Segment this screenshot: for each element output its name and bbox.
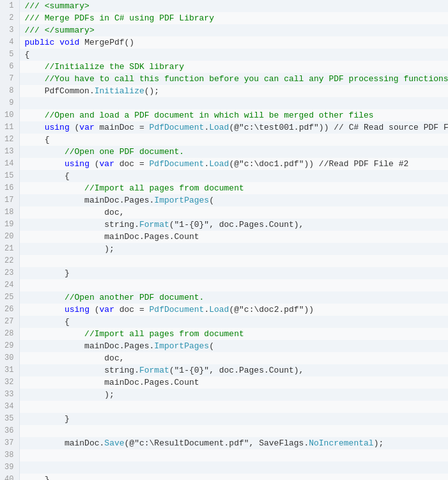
line-number: 31 (0, 364, 19, 376)
line-number: 25 (0, 291, 19, 304)
line-code: using (var doc = PdfDocument.Load(@"c:\d… (19, 158, 448, 170)
table-row: 5{ (0, 49, 448, 61)
table-row: 15 { (0, 170, 448, 182)
line-number: 24 (0, 279, 19, 291)
line-code: mainDoc.Save(@"c:\ResultDocument.pdf", S… (19, 437, 448, 449)
line-code: string.Format("1-{0}", doc.Pages.Count), (19, 219, 448, 231)
table-row: 27 { (0, 316, 448, 328)
line-number: 27 (0, 316, 19, 328)
table-row: 18 doc, (0, 206, 448, 219)
table-row: 8 PdfCommon.Initialize(); (0, 85, 448, 97)
line-number: 2 (0, 12, 19, 24)
line-code: /// Merge PDFs in C# using PDF Library (19, 12, 448, 24)
line-code: /// <summary> (19, 0, 448, 12)
line-code: //You have to call this function before … (19, 73, 448, 85)
line-number: 23 (0, 267, 19, 279)
line-code: mainDoc.Pages.Count (19, 376, 448, 389)
table-row: 3/// </summary> (0, 24, 448, 36)
line-code: public void MergePdf() (19, 36, 448, 49)
table-row: 21 ); (0, 243, 448, 255)
line-number: 26 (0, 304, 19, 316)
code-editor: 1/// <summary>2/// Merge PDFs in C# usin… (0, 0, 448, 480)
line-number: 14 (0, 158, 19, 170)
line-code: string.Format("1-{0}", doc.Pages.Count), (19, 364, 448, 376)
line-code: { (19, 316, 448, 328)
line-number: 17 (0, 194, 19, 206)
table-row: 23 } (0, 267, 448, 279)
line-code (19, 461, 448, 474)
line-number: 9 (0, 97, 19, 109)
line-number: 8 (0, 85, 19, 97)
line-code (19, 279, 448, 291)
table-row: 29 mainDoc.Pages.ImportPages( (0, 340, 448, 352)
line-number: 11 (0, 121, 19, 134)
line-number: 4 (0, 36, 19, 49)
line-number: 16 (0, 182, 19, 194)
table-row: 16 //Import all pages from document (0, 182, 448, 194)
table-row: 36 (0, 425, 448, 437)
table-row: 30 doc, (0, 352, 448, 364)
line-code: } (19, 474, 448, 480)
line-code (19, 449, 448, 461)
table-row: 11 using (var mainDoc = PdfDocument.Load… (0, 121, 448, 134)
line-code: { (19, 49, 448, 61)
table-row: 31 string.Format("1-{0}", doc.Pages.Coun… (0, 364, 448, 376)
line-code: PdfCommon.Initialize(); (19, 85, 448, 97)
line-number: 6 (0, 61, 19, 73)
table-row: 34 (0, 401, 448, 413)
table-row: 1/// <summary> (0, 0, 448, 12)
table-row: 37 mainDoc.Save(@"c:\ResultDocument.pdf"… (0, 437, 448, 449)
table-row: 10 //Open and load a PDF document in whi… (0, 109, 448, 121)
table-row: 32 mainDoc.Pages.Count (0, 376, 448, 389)
table-row: 25 //Open another PDF document. (0, 291, 448, 304)
table-row: 7 //You have to call this function befor… (0, 73, 448, 85)
line-number: 1 (0, 0, 19, 12)
table-row: 38 (0, 449, 448, 461)
line-code: //Import all pages from document (19, 182, 448, 194)
line-number: 18 (0, 206, 19, 219)
line-code (19, 255, 448, 267)
line-number: 30 (0, 352, 19, 364)
line-number: 15 (0, 170, 19, 182)
table-row: 40 } (0, 474, 448, 480)
line-number: 39 (0, 461, 19, 474)
line-number: 20 (0, 231, 19, 243)
line-number: 19 (0, 219, 19, 231)
line-number: 34 (0, 401, 19, 413)
table-row: 39 (0, 461, 448, 474)
line-code: mainDoc.Pages.ImportPages( (19, 340, 448, 352)
line-code: mainDoc.Pages.Count (19, 231, 448, 243)
table-row: 20 mainDoc.Pages.Count (0, 231, 448, 243)
line-code: //Initialize the SDK library (19, 61, 448, 73)
line-code: doc, (19, 206, 448, 219)
line-number: 12 (0, 134, 19, 146)
table-row: 2/// Merge PDFs in C# using PDF Library (0, 12, 448, 24)
table-row: 22 (0, 255, 448, 267)
line-number: 21 (0, 243, 19, 255)
line-number: 7 (0, 73, 19, 85)
table-row: 35 } (0, 413, 448, 425)
line-code: //Import all pages from document (19, 328, 448, 340)
line-code: } (19, 267, 448, 279)
line-code: ); (19, 243, 448, 255)
line-code: using (var doc = PdfDocument.Load(@"c:\d… (19, 304, 448, 316)
table-row: 4public void MergePdf() (0, 36, 448, 49)
table-row: 14 using (var doc = PdfDocument.Load(@"c… (0, 158, 448, 170)
line-code (19, 97, 448, 109)
line-code: mainDoc.Pages.ImportPages( (19, 194, 448, 206)
table-row: 19 string.Format("1-{0}", doc.Pages.Coun… (0, 219, 448, 231)
line-number: 38 (0, 449, 19, 461)
line-number: 5 (0, 49, 19, 61)
table-row: 12 { (0, 134, 448, 146)
line-code: //Open and load a PDF document in which … (19, 109, 448, 121)
line-number: 36 (0, 425, 19, 437)
line-code: using (var mainDoc = PdfDocument.Load(@"… (19, 121, 448, 134)
table-row: 6 //Initialize the SDK library (0, 61, 448, 73)
line-code: } (19, 413, 448, 425)
line-number: 28 (0, 328, 19, 340)
line-number: 13 (0, 146, 19, 158)
table-row: 13 //Open one PDF document. (0, 146, 448, 158)
table-row: 17 mainDoc.Pages.ImportPages( (0, 194, 448, 206)
table-row: 24 (0, 279, 448, 291)
line-number: 29 (0, 340, 19, 352)
